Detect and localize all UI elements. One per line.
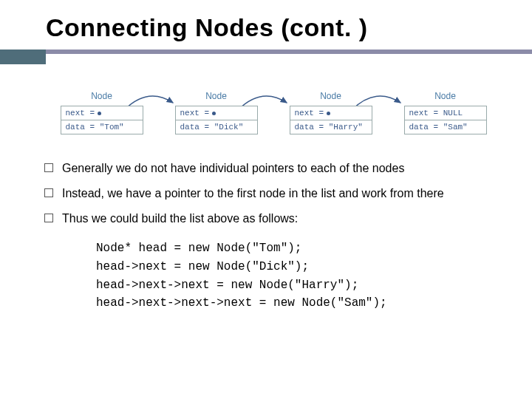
node-0: Node next = data = "Tom"	[61, 91, 143, 134]
node-next-field: next =	[290, 106, 372, 120]
bullet-item: Thus we could build the list above as fo…	[44, 210, 495, 228]
bullet-item: Generally we do not have individual poin…	[44, 160, 495, 177]
underline-bar	[46, 50, 532, 54]
node-box: next = NULL data = "Sam"	[404, 106, 487, 134]
node-next-field: next = NULL	[405, 106, 486, 120]
pointer-dot-icon	[327, 112, 330, 115]
slide-title: Connecting Nodes (cont. )	[0, 0, 532, 50]
node-data-field: data = "Dick"	[176, 120, 257, 134]
node-type-label: Node	[205, 91, 227, 101]
node-box: next = data = "Tom"	[61, 106, 143, 134]
title-underline	[0, 50, 532, 64]
node-data-field: data = "Tom"	[61, 120, 143, 134]
code-block: Node* head = new Node("Tom"); head->next…	[0, 235, 532, 313]
node-next-field: next =	[61, 106, 143, 120]
node-2: Node next = data = "Harry"	[290, 91, 372, 134]
node-type-label: Node	[320, 91, 341, 101]
node-1: Node next = data = "Dick"	[175, 91, 258, 134]
underline-accent	[0, 50, 46, 64]
node-next-field: next =	[176, 106, 257, 120]
bullet-list: Generally we do not have individual poin…	[0, 152, 532, 228]
node-type-label: Node	[434, 91, 456, 101]
node-box: next = data = "Harry"	[290, 106, 372, 134]
linked-list-diagram: Node next = data = "Tom" Node next = dat…	[0, 64, 532, 152]
node-type-label: Node	[91, 91, 112, 101]
pointer-dot-icon	[98, 112, 101, 115]
node-3: Node next = NULL data = "Sam"	[404, 91, 487, 134]
node-data-field: data = "Sam"	[405, 120, 486, 134]
node-box: next = data = "Dick"	[175, 106, 258, 134]
pointer-dot-icon	[212, 112, 216, 115]
bullet-item: Instead, we have a pointer to the first …	[44, 185, 495, 202]
node-data-field: data = "Harry"	[290, 120, 372, 134]
